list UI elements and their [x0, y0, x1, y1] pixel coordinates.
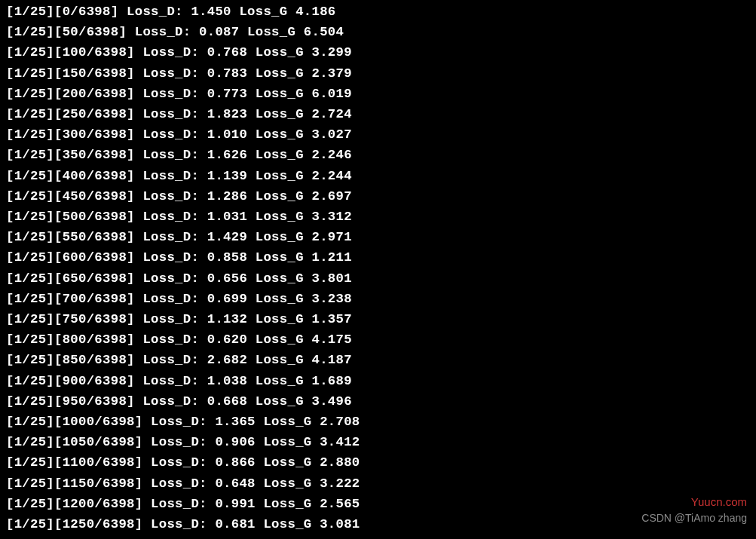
log-line: [1/25][450/6398] Loss_D: 1.286 Loss_G 2.…: [6, 186, 750, 207]
log-line: [1/25][350/6398] Loss_D: 1.626 Loss_G 2.…: [6, 145, 750, 165]
log-line: [1/25][200/6398] Loss_D: 0.773 Loss_G 6.…: [6, 84, 750, 104]
log-line: [1/25][1150/6398] Loss_D: 0.648 Loss_G 3…: [6, 473, 750, 494]
log-line: [1/25][1000/6398] Loss_D: 1.365 Loss_G 2…: [6, 412, 750, 432]
log-line: [1/25][300/6398] Loss_D: 1.010 Loss_G 3.…: [6, 124, 750, 145]
log-line: [1/25][850/6398] Loss_D: 2.682 Loss_G 4.…: [6, 350, 750, 370]
log-line: [1/25][650/6398] Loss_D: 0.656 Loss_G 3.…: [6, 268, 750, 289]
log-line: [1/25][1200/6398] Loss_D: 0.991 Loss_G 2…: [6, 494, 750, 514]
watermark-author: CSDN @TiAmo zhang: [641, 508, 747, 528]
log-line: [1/25][800/6398] Loss_D: 0.620 Loss_G 4.…: [6, 329, 750, 350]
log-line: [1/25][750/6398] Loss_D: 1.132 Loss_G 1.…: [6, 309, 750, 329]
log-line: [1/25][400/6398] Loss_D: 1.139 Loss_G 2.…: [6, 166, 750, 186]
log-line: [1/25][0/6398] Loss_D: 1.450 Loss_G 4.18…: [6, 2, 750, 22]
log-line: [1/25][150/6398] Loss_D: 0.783 Loss_G 2.…: [6, 63, 750, 84]
log-line: [1/25][1250/6398] Loss_D: 0.681 Loss_G 3…: [6, 514, 750, 534]
log-line: [1/25][900/6398] Loss_D: 1.038 Loss_G 1.…: [6, 371, 750, 391]
log-line: [1/25][950/6398] Loss_D: 0.668 Loss_G 3.…: [6, 391, 750, 412]
log-line: [1/25][1050/6398] Loss_D: 0.906 Loss_G 3…: [6, 432, 750, 452]
log-line: [1/25][100/6398] Loss_D: 0.768 Loss_G 3.…: [6, 42, 750, 63]
log-line: [1/25][1100/6398] Loss_D: 0.866 Loss_G 2…: [6, 452, 750, 473]
log-line: [1/25][600/6398] Loss_D: 0.858 Loss_G 1.…: [6, 247, 750, 268]
terminal-output: [1/25][0/6398] Loss_D: 1.450 Loss_G 4.18…: [6, 2, 750, 534]
log-line: [1/25][700/6398] Loss_D: 0.699 Loss_G 3.…: [6, 289, 750, 309]
log-line: [1/25][250/6398] Loss_D: 1.823 Loss_G 2.…: [6, 104, 750, 124]
log-line: [1/25][50/6398] Loss_D: 0.087 Loss_G 6.5…: [6, 22, 750, 42]
log-line: [1/25][500/6398] Loss_D: 1.031 Loss_G 3.…: [6, 207, 750, 227]
log-line: [1/25][550/6398] Loss_D: 1.429 Loss_G 2.…: [6, 227, 750, 247]
